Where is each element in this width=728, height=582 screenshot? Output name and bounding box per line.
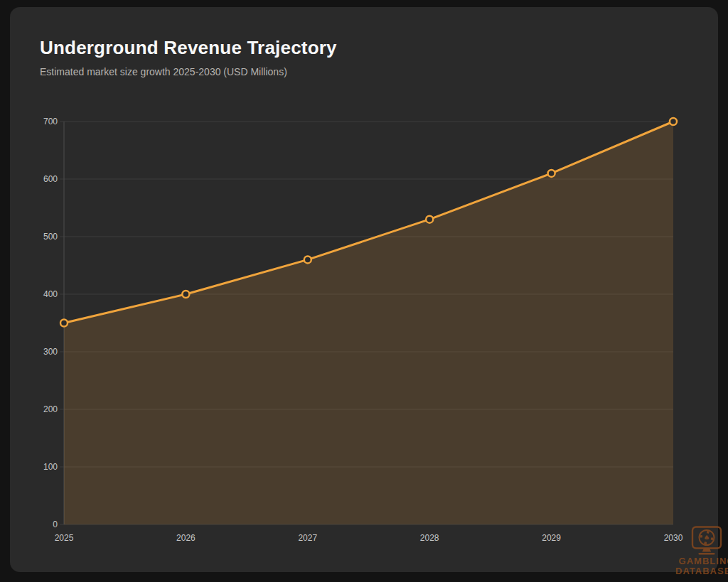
data-point-2030[interactable] (670, 118, 677, 125)
data-point-2026[interactable] (182, 291, 189, 298)
chart-card (10, 7, 718, 572)
gambling-databases-logo: ♠ GAMBLING DATABASES (667, 526, 728, 576)
data-point-2029[interactable] (548, 170, 555, 177)
watermark-line2: DATABASES (667, 566, 728, 576)
data-point-2025[interactable] (60, 320, 68, 327)
data-point-2028[interactable] (426, 216, 433, 223)
watermark-line1: GAMBLING (667, 556, 728, 566)
page-subtitle: Estimated market size growth 2025-2030 (… (40, 66, 287, 77)
svg-text:♠: ♠ (704, 534, 710, 541)
casino-chip-monitor-icon: ♠ (690, 526, 723, 556)
data-point-2027[interactable] (304, 256, 311, 263)
page-title: Underground Revenue Trajectory (40, 37, 337, 59)
